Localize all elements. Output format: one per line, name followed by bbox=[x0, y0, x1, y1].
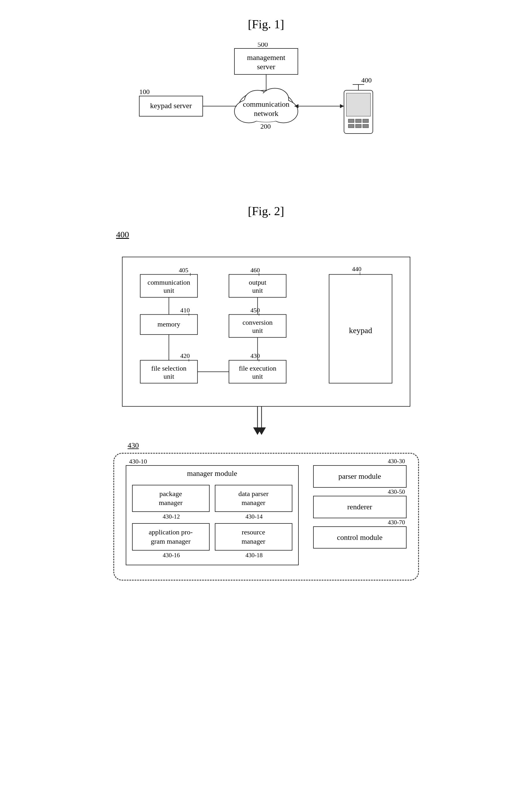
svg-point-11 bbox=[261, 88, 289, 110]
svg-text:200: 200 bbox=[260, 122, 271, 130]
svg-point-8 bbox=[234, 100, 263, 123]
svg-text:460: 460 bbox=[250, 267, 260, 274]
fig1-title: [Fig. 1] bbox=[23, 17, 509, 31]
svg-text:unit: unit bbox=[164, 373, 174, 380]
subsystem-id-label: 430 bbox=[128, 441, 139, 450]
fig2-section: [Fig. 2] 400 communication unit 405 bbox=[23, 204, 509, 581]
svg-rect-26 bbox=[356, 124, 361, 128]
control-module-container: 430-70 control module bbox=[313, 526, 406, 549]
manager-module-id: 430-10 bbox=[129, 458, 147, 465]
id-430-14: 430-14 bbox=[215, 513, 292, 520]
svg-text:output: output bbox=[249, 279, 266, 286]
svg-text:420: 420 bbox=[180, 353, 190, 359]
svg-rect-23 bbox=[356, 119, 361, 122]
right-modules: 430-30 parser module 430-50 renderer bbox=[313, 465, 406, 549]
svg-rect-20 bbox=[344, 90, 373, 134]
svg-rect-65 bbox=[329, 274, 392, 383]
svg-text:unit: unit bbox=[252, 327, 263, 334]
device-outer-box: communication unit 405 memory 410 file s… bbox=[122, 257, 410, 406]
svg-text:405: 405 bbox=[179, 267, 188, 274]
svg-rect-4 bbox=[139, 96, 203, 116]
fig1-diagram: management server 500 keypad server 100 bbox=[136, 43, 396, 181]
svg-point-16 bbox=[262, 91, 287, 109]
svg-text:unit: unit bbox=[252, 373, 263, 380]
fig1-section: [Fig. 1] management server 500 keypad se… bbox=[23, 17, 509, 181]
svg-rect-50 bbox=[229, 274, 286, 297]
svg-text:communication: communication bbox=[147, 279, 190, 286]
id-430-18: 430-18 bbox=[215, 552, 292, 559]
svg-text:file execution: file execution bbox=[239, 364, 276, 372]
svg-rect-21 bbox=[346, 93, 370, 116]
svg-text:unit: unit bbox=[164, 287, 174, 294]
svg-text:file selection: file selection bbox=[151, 364, 186, 372]
id-430-12: 430-12 bbox=[132, 513, 210, 520]
svg-text:memory: memory bbox=[157, 320, 180, 328]
svg-marker-35 bbox=[294, 104, 299, 108]
control-module-id: 430-70 bbox=[388, 519, 405, 526]
app-program-manager-label: application pro-gram manager bbox=[149, 528, 193, 545]
page: [Fig. 1] management server 500 keypad se… bbox=[0, 0, 532, 796]
fig2-outer: 400 communication unit 405 memory 410 bbox=[108, 230, 425, 581]
svg-point-7 bbox=[239, 90, 293, 122]
manager-module-box: 430-10 manager module packagemanager dat… bbox=[126, 465, 299, 565]
svg-rect-27 bbox=[363, 124, 368, 128]
svg-rect-55 bbox=[229, 314, 286, 337]
svg-text:430: 430 bbox=[250, 353, 260, 359]
svg-rect-0 bbox=[234, 49, 298, 74]
svg-rect-45 bbox=[140, 360, 197, 383]
id-430-16: 430-16 bbox=[132, 552, 210, 559]
svg-text:server: server bbox=[257, 62, 276, 71]
svg-rect-25 bbox=[348, 124, 354, 128]
svg-text:keypad: keypad bbox=[349, 326, 372, 335]
fig2-title: [Fig. 2] bbox=[23, 204, 509, 218]
device-id-label: 400 bbox=[116, 230, 129, 239]
manager-module-label: manager module bbox=[187, 469, 237, 478]
arrow-area bbox=[122, 406, 410, 441]
svg-rect-24 bbox=[363, 119, 368, 122]
svg-point-9 bbox=[269, 100, 298, 123]
control-module-label: control module bbox=[337, 533, 382, 542]
svg-text:conversion: conversion bbox=[243, 319, 273, 326]
svg-text:410: 410 bbox=[180, 307, 190, 314]
svg-text:440: 440 bbox=[352, 266, 361, 272]
parser-module-container: 430-30 parser module bbox=[313, 465, 406, 488]
svg-rect-60 bbox=[229, 360, 286, 383]
control-module-box: control module bbox=[313, 526, 406, 549]
svg-rect-36 bbox=[140, 274, 197, 297]
svg-rect-22 bbox=[348, 119, 354, 122]
svg-text:100: 100 bbox=[139, 88, 150, 95]
subsystem-box: 430-10 manager module packagemanager dat… bbox=[113, 453, 419, 581]
svg-marker-34 bbox=[340, 104, 344, 108]
package-manager-box: packagemanager bbox=[132, 485, 210, 512]
svg-point-15 bbox=[247, 93, 270, 110]
resource-manager-box: resourcemanager bbox=[215, 523, 292, 550]
renderer-container: 430-50 renderer bbox=[313, 496, 406, 518]
resource-manager-label: resourcemanager bbox=[242, 528, 266, 545]
svg-text:400: 400 bbox=[361, 76, 372, 84]
svg-text:network: network bbox=[254, 109, 278, 118]
renderer-id: 430-50 bbox=[388, 488, 405, 495]
data-parser-manager-box: data parsermanager bbox=[215, 485, 292, 512]
renderer-box: renderer bbox=[313, 496, 406, 518]
parser-module-id: 430-30 bbox=[388, 458, 405, 465]
parser-module-box: parser module bbox=[313, 465, 406, 488]
svg-point-10 bbox=[245, 90, 270, 111]
svg-point-12 bbox=[241, 93, 291, 122]
svg-text:450: 450 bbox=[250, 307, 260, 314]
svg-point-13 bbox=[238, 102, 263, 122]
svg-text:management: management bbox=[247, 53, 285, 62]
parser-module-label: parser module bbox=[338, 472, 381, 480]
svg-text:500: 500 bbox=[258, 43, 268, 48]
svg-rect-41 bbox=[140, 314, 197, 334]
data-parser-manager-label: data parsermanager bbox=[239, 490, 269, 507]
svg-point-14 bbox=[269, 102, 295, 122]
package-manager-label: packagemanager bbox=[159, 490, 183, 507]
svg-text:keypad server: keypad server bbox=[150, 101, 192, 110]
svg-text:unit: unit bbox=[252, 287, 263, 294]
app-program-manager-box: application pro-gram manager bbox=[132, 523, 210, 550]
renderer-label: renderer bbox=[347, 503, 372, 511]
svg-text:communication: communication bbox=[243, 100, 289, 109]
